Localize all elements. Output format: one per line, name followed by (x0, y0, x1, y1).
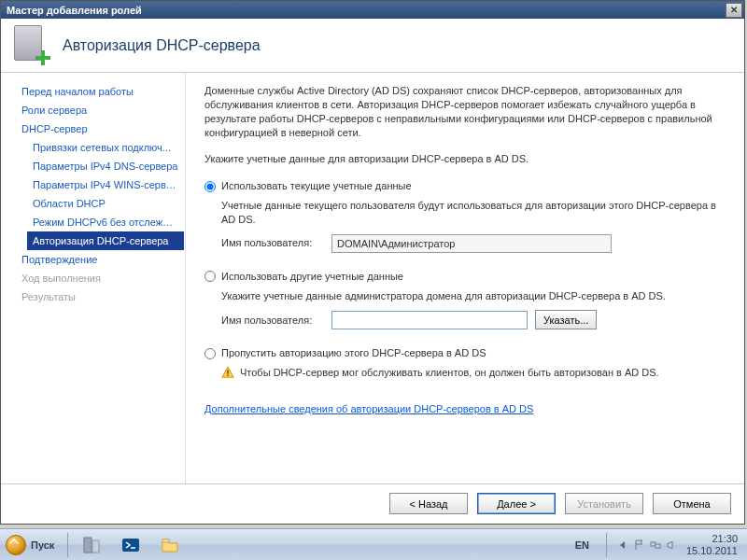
current-explain: Учетные данные текущего пользователя буд… (221, 199, 726, 227)
current-user-label: Имя пользователя: (221, 236, 324, 250)
radio-current-credentials[interactable] (204, 181, 216, 192)
wizard-content: Доменные службы Active Directory (AD DS)… (186, 73, 744, 483)
browse-button[interactable]: Указать... (535, 310, 597, 329)
option-current-credentials: Использовать текущие учетные данные Учет… (204, 179, 726, 253)
tray-icons[interactable] (634, 539, 677, 551)
sidebar-item-7[interactable]: Режим DHCPv6 без отслежив... (27, 213, 184, 231)
current-user-value: DOMAIN\Администратор (331, 234, 612, 253)
radio-other-credentials[interactable] (204, 271, 216, 282)
titlebar[interactable]: Мастер добавления ролей ✕ (1, 1, 744, 19)
svg-rect-1 (227, 371, 228, 374)
svg-rect-9 (655, 544, 660, 548)
svg-rect-7 (162, 539, 169, 542)
wizard-dialog: Мастер добавления ролей ✕ Авторизация DH… (0, 0, 745, 525)
wizard-footer: < Назад Далее > Установить Отмена (1, 483, 744, 523)
warning-icon (221, 366, 234, 379)
other-explain: Укажите учетные данные администратора до… (221, 289, 726, 303)
clock-date: 15.10.2011 (686, 545, 738, 557)
taskbar[interactable]: Пуск EN 21:30 15.10.2011 (0, 528, 747, 560)
other-user-label: Имя пользователя: (221, 314, 324, 328)
more-info-link[interactable]: Дополнительные сведения об авторизации D… (204, 402, 533, 416)
option-other-credentials: Использовать другие учетные данные Укажи… (204, 270, 726, 330)
server-add-icon (14, 25, 49, 66)
install-button[interactable]: Установить (565, 493, 643, 514)
tray-expand-icon[interactable] (620, 541, 625, 549)
start-button[interactable]: Пуск (0, 531, 63, 559)
intro-paragraph: Доменные службы Active Directory (AD DS)… (204, 84, 726, 139)
prompt-text: Укажите учетные данные для авторизации D… (204, 152, 726, 166)
system-tray: EN 21:30 15.10.2011 (571, 529, 747, 560)
network-icon (650, 539, 661, 551)
sidebar-item-8[interactable]: Авторизация DHCP-сервера (27, 231, 184, 250)
sidebar-item-5[interactable]: Параметры IPv4 WINS-сервера (27, 175, 184, 194)
sidebar-item-11: Результаты (16, 287, 184, 306)
other-user-input[interactable] (331, 311, 528, 329)
svg-rect-8 (651, 542, 655, 546)
sidebar-item-3[interactable]: Привязки сетевых подключ... (27, 138, 184, 157)
language-indicator[interactable]: EN (571, 537, 593, 553)
radio-other-label: Использовать другие учетные данные (221, 270, 403, 284)
svg-rect-3 (84, 538, 92, 553)
warning-text: Чтобы DHCP-сервер мог обслуживать клиент… (240, 366, 659, 380)
taskbar-app-powershell[interactable] (111, 531, 150, 559)
taskbar-clock[interactable]: 21:30 15.10.2011 (686, 533, 738, 556)
cancel-button[interactable]: Отмена (653, 493, 731, 514)
svg-rect-4 (92, 540, 99, 553)
volume-icon (666, 539, 677, 551)
sidebar-item-9[interactable]: Подтверждение (16, 250, 184, 269)
radio-current-label: Использовать текущие учетные данные (221, 179, 412, 193)
clock-time: 21:30 (686, 533, 738, 545)
radio-skip-auth[interactable] (204, 348, 216, 359)
start-orb-icon (6, 535, 26, 555)
page-title: Авторизация DHCP-сервера (63, 37, 261, 54)
taskbar-app-explorer[interactable] (150, 531, 190, 559)
next-button[interactable]: Далее > (477, 493, 556, 514)
sidebar-item-1[interactable]: Роли сервера (16, 101, 184, 119)
sidebar-item-2[interactable]: DHCP-сервер (16, 119, 184, 138)
taskbar-app-server-manager[interactable] (72, 531, 111, 559)
wizard-sidebar: Перед началом работыРоли сервераDHCP-сер… (1, 73, 186, 483)
start-label: Пуск (31, 539, 54, 551)
sidebar-item-6[interactable]: Области DHCP (27, 194, 184, 213)
tray-separator (606, 533, 607, 557)
back-button[interactable]: < Назад (389, 493, 468, 514)
window-title: Мастер добавления ролей (7, 5, 726, 16)
wizard-header: Авторизация DHCP-сервера (1, 19, 744, 73)
sidebar-item-0[interactable]: Перед началом работы (16, 82, 184, 101)
sidebar-item-4[interactable]: Параметры IPv4 DNS-сервера (27, 157, 184, 175)
svg-rect-2 (227, 375, 228, 376)
radio-skip-label: Пропустить авторизацию этого DHCP-сервер… (221, 346, 486, 360)
flag-icon (634, 539, 645, 551)
close-button[interactable]: ✕ (726, 3, 742, 18)
taskbar-separator (67, 533, 68, 557)
sidebar-item-10: Ход выполнения (16, 269, 184, 287)
option-skip-auth: Пропустить авторизацию этого DHCP-сервер… (204, 346, 726, 380)
